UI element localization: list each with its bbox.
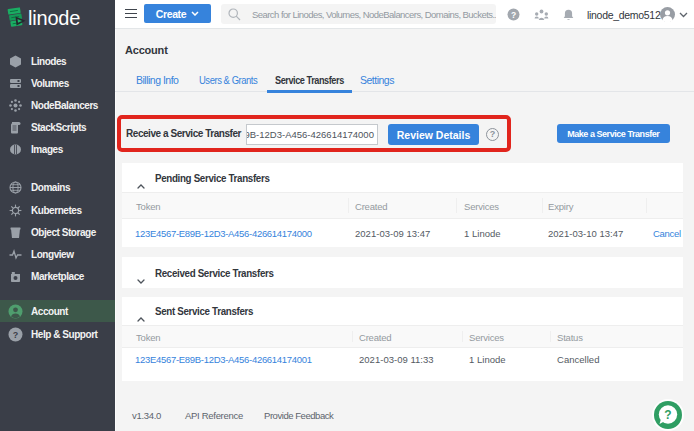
svg-text:?: ? <box>510 10 515 20</box>
svg-text:?: ? <box>664 408 671 422</box>
svg-text:?: ? <box>13 330 19 340</box>
